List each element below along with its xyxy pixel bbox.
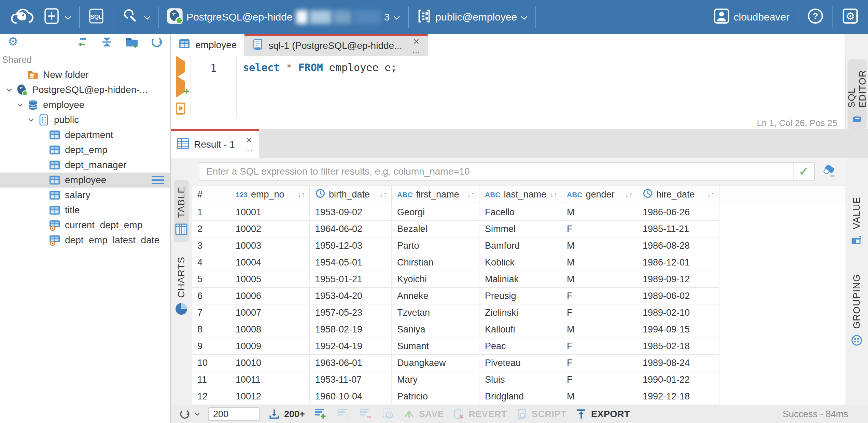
data-cell[interactable]: Kalloufi [479, 321, 561, 338]
data-cell[interactable]: M [561, 204, 637, 221]
help-button[interactable]: ? [807, 7, 824, 27]
tree-item-current-dept-emp[interactable]: current_dept_emp [0, 218, 170, 233]
data-cell[interactable]: 10002 [230, 221, 310, 237]
tab-value-panel[interactable]: VALUE [849, 190, 864, 254]
data-cell[interactable]: 1989-02-10 [637, 304, 719, 321]
sort-icon[interactable]: ↓↑ [707, 190, 715, 199]
auto-refresh-button[interactable] [381, 406, 394, 422]
data-cell[interactable]: 10011 [230, 371, 310, 388]
revert-button[interactable]: REVERT [452, 408, 507, 421]
data-cell[interactable]: Georgi [392, 204, 479, 221]
data-cell[interactable]: F [561, 338, 637, 355]
row-number-cell[interactable]: 11 [192, 371, 230, 388]
data-cell[interactable]: F [561, 355, 637, 371]
data-cell[interactable]: Kyoichi [392, 271, 479, 288]
row-number-cell[interactable]: 7 [192, 304, 230, 321]
data-cell[interactable]: Mary [392, 371, 479, 388]
close-icon[interactable]: ✕ [246, 136, 252, 145]
column-header-birth_date[interactable]: birth_date↓↑ [310, 186, 392, 204]
driver-manager-button[interactable] [121, 6, 151, 28]
data-cell[interactable]: 1992-12-18 [637, 388, 719, 405]
data-cell[interactable]: Parto [392, 237, 479, 254]
data-cell[interactable]: M [561, 271, 637, 288]
connection-selector[interactable]: PostgreSQL@ep-hidde 3 [167, 8, 401, 27]
chevron-expanded-icon[interactable] [25, 115, 37, 125]
data-cell[interactable]: M [561, 254, 637, 271]
column-header-first_name[interactable]: ABCfirst_name↓↑ [392, 186, 479, 204]
cloudbeaver-logo[interactable] [9, 5, 35, 29]
tree-item-public[interactable]: public [0, 112, 170, 127]
fetch-more-button[interactable]: 200+ [268, 408, 305, 421]
sql-code-editor[interactable]: select * FROM employee e; [237, 56, 845, 117]
tab-charts-view[interactable]: CHARTS [174, 250, 188, 320]
data-cell[interactable]: 10012 [230, 388, 310, 405]
user-menu[interactable]: cloudbeaver [713, 7, 789, 27]
data-cell[interactable]: 1985-11-21 [637, 221, 719, 237]
data-cell[interactable]: 1960-10-04 [310, 388, 392, 405]
data-cell[interactable]: 10001 [230, 204, 310, 221]
data-cell[interactable]: 1989-09-12 [637, 271, 719, 288]
data-cell[interactable]: 10005 [230, 271, 310, 288]
tree-item-employee[interactable]: employee [0, 173, 170, 188]
add-row-button[interactable] [313, 406, 327, 422]
data-cell[interactable]: 10006 [230, 288, 310, 304]
apply-filter-check-icon[interactable]: ✓ [793, 163, 814, 180]
data-cell[interactable]: 1959-12-03 [310, 237, 392, 254]
row-number-cell[interactable]: 10 [192, 355, 230, 371]
link-with-editor-icon[interactable] [75, 35, 89, 52]
data-cell[interactable]: 10004 [230, 254, 310, 271]
data-cell[interactable]: Bridgland [479, 388, 561, 405]
data-cell[interactable]: Chirstian [392, 254, 479, 271]
data-cell[interactable]: M [561, 237, 637, 254]
data-cell[interactable]: Bezalel [392, 221, 479, 237]
tree-item-department[interactable]: department [0, 127, 170, 142]
navigator-settings-gear-icon[interactable]: ⚙ [6, 35, 20, 51]
row-number-cell[interactable]: 3 [192, 237, 230, 254]
schema-selector[interactable]: public@employee [416, 8, 528, 26]
row-number-cell[interactable]: 2 [192, 221, 230, 237]
data-cell[interactable]: M [561, 388, 637, 405]
new-object-button[interactable] [42, 7, 72, 28]
tree-item-dept-emp-latest-date[interactable]: dept_emp_latest_date [0, 233, 170, 248]
data-cell[interactable]: 1955-01-21 [310, 271, 392, 288]
data-cell[interactable]: 1994-09-15 [637, 321, 719, 338]
data-cell[interactable]: 10007 [230, 304, 310, 321]
data-cell[interactable]: Preusig [479, 288, 561, 304]
data-cell[interactable]: 10003 [230, 237, 310, 254]
data-cell[interactable]: 1986-12-01 [637, 254, 719, 271]
execute-script-icon[interactable] [174, 101, 187, 119]
result-tab-more-menu[interactable]: ... [245, 145, 253, 153]
execute-new-tab-icon[interactable]: + [176, 81, 185, 92]
data-cell[interactable]: 1986-06-26 [637, 204, 719, 221]
data-cell[interactable]: 1953-11-07 [310, 371, 392, 388]
data-cell[interactable]: 1990-01-22 [637, 371, 719, 388]
data-cell[interactable]: 1952-04-19 [310, 338, 392, 355]
column-header-hire_date[interactable]: hire_date↓↑ [637, 186, 719, 204]
data-cell[interactable]: Peac [479, 338, 561, 355]
tab-employee[interactable]: employee [171, 34, 244, 56]
tree-item-title[interactable]: title [0, 203, 170, 218]
save-button[interactable]: SAVE [403, 408, 444, 421]
data-cell[interactable]: Sumant [392, 338, 479, 355]
refresh-icon[interactable] [150, 35, 164, 52]
tab-grouping-panel[interactable]: GROUPING [849, 267, 864, 354]
data-cell[interactable]: 10009 [230, 338, 310, 355]
row-number-cell[interactable]: 12 [192, 388, 230, 405]
chevron-expanded-icon[interactable] [14, 100, 26, 110]
data-cell[interactable]: F [561, 288, 637, 304]
tab-result-1[interactable]: Result - 1 ✕ ... [171, 129, 259, 158]
data-cell[interactable]: 1953-04-20 [310, 288, 392, 304]
export-button[interactable]: EXPORT [575, 408, 630, 421]
column-header-last_name[interactable]: ABClast_name↓↑ [479, 186, 561, 204]
tree-item-postgresql-ep-hidden-[interactable]: PostgreSQL@ep-hidden-... [0, 82, 170, 97]
refresh-result-button[interactable] [178, 408, 200, 421]
data-cell[interactable]: 1964-06-02 [310, 221, 392, 237]
sort-icon[interactable]: ↓↑ [550, 190, 558, 199]
data-cell[interactable]: Sluis [479, 371, 561, 388]
data-cell[interactable]: Maliniak [479, 271, 561, 288]
sql-editor-button[interactable]: SQL [87, 7, 105, 27]
data-cell[interactable]: 1989-06-02 [637, 288, 719, 304]
data-cell[interactable]: Zielinski [479, 304, 561, 321]
data-cell[interactable]: Patricio [392, 388, 479, 405]
duplicate-row-button[interactable]: (+) [336, 406, 350, 422]
